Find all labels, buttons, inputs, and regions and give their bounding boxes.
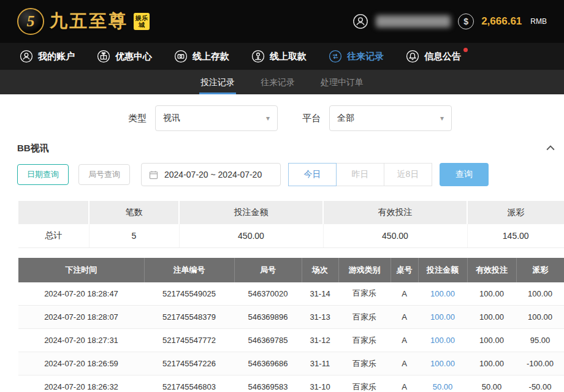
cell-table_no: A (391, 375, 418, 392)
nav-label: 线上存款 (192, 51, 229, 62)
brand-emblem-icon: 5 (17, 8, 44, 35)
cell-game_type: 百家乐 (338, 282, 391, 306)
last-8-days-button[interactable]: 近8日 (384, 163, 432, 186)
type-label: 类型 (128, 113, 147, 124)
cell-payout: -100.00 (516, 352, 564, 375)
cell-session: 31-10 (302, 375, 338, 392)
brand-name: 九五至尊 (50, 9, 128, 34)
table-row: 2024-07-20 18:27:31521745547772546369785… (18, 329, 564, 352)
nav-item-records[interactable]: 往来记录 (329, 50, 384, 63)
cell-game_type: 百家乐 (338, 306, 391, 329)
nav-label: 我的账户 (38, 51, 75, 62)
collapse-button[interactable] (544, 142, 557, 154)
bet-amount-link[interactable]: 100.00 (430, 312, 455, 322)
cell-bet_amount: 100.00 (418, 282, 467, 306)
nav-item-announcements[interactable]: 信息公告 (406, 50, 461, 63)
bet-amount-link[interactable]: 100.00 (430, 359, 455, 368)
dollar-icon: $ (458, 13, 474, 29)
chevron-up-icon (544, 142, 557, 154)
sub-nav: 投注记录 往来记录 处理中订单 (0, 70, 564, 94)
date-range-input[interactable]: 2024-07-20 ~ 2024-07-20 (141, 163, 281, 186)
filter-row: 类型 视讯 ▾ 平台 全部 ▾ (0, 94, 564, 141)
search-button[interactable]: 查询 (440, 163, 489, 186)
summary-total-row: 总计 5 450.00 450.00 145.00 (18, 224, 564, 247)
summary-header: 笔数 (89, 201, 179, 224)
type-select[interactable]: 视讯 ▾ (155, 105, 278, 131)
yesterday-button[interactable]: 昨日 (336, 163, 384, 186)
summary-payout: 145.00 (467, 224, 564, 247)
cell-bet_id: 521745547226 (144, 352, 234, 375)
cell-bet_id: 521745547772 (144, 329, 234, 352)
summary-count: 5 (89, 224, 179, 247)
caret-down-icon: ▾ (440, 114, 444, 123)
summary-header-row: 笔数 投注金额 有效投注 派彩 (18, 201, 564, 224)
tab-bet-records[interactable]: 投注记录 (192, 70, 243, 94)
nav-label: 信息公告 (424, 51, 461, 62)
summary-table: 笔数 投注金额 有效投注 派彩 总计 5 450.00 450.00 145.0… (18, 201, 564, 248)
col-bet-amount: 投注金额 (418, 258, 467, 282)
nav-label: 优惠中心 (115, 51, 152, 62)
bets-body: 2024-07-20 18:28:47521745549025546370020… (18, 282, 564, 392)
summary-total-label: 总计 (18, 224, 89, 247)
platform-select-value: 全部 (337, 113, 354, 124)
col-payout: 派彩 (516, 258, 564, 282)
brand-logo[interactable]: 5 九五至尊 娱乐城 (17, 8, 150, 35)
platform-label: 平台 (302, 113, 321, 124)
nav-item-withdraw[interactable]: 线上取款 (251, 50, 307, 63)
cell-session: 31-14 (302, 282, 338, 306)
nav-item-my-account[interactable]: 我的账户 (20, 50, 75, 63)
summary-header: 有效投注 (323, 201, 467, 224)
caret-down-icon: ▾ (266, 114, 270, 123)
cell-game_type: 百家乐 (338, 329, 391, 352)
cell-round_id: 546369785 (234, 329, 302, 352)
cell-valid_bet: 100.00 (467, 282, 516, 306)
table-row: 2024-07-20 18:26:59521745547226546369686… (18, 352, 564, 375)
notification-dot (463, 48, 468, 52)
bet-amount-link[interactable]: 100.00 (430, 289, 455, 298)
cell-session: 31-13 (302, 306, 338, 329)
nav-item-deposit[interactable]: 线上存款 (174, 50, 229, 63)
today-button[interactable]: 今日 (288, 163, 337, 186)
date-range-value: 2024-07-20 ~ 2024-07-20 (164, 170, 262, 179)
table-row: 2024-07-20 18:28:47521745549025546370020… (18, 282, 564, 306)
brand-badge: 娱乐城 (134, 13, 150, 30)
cell-session: 31-12 (302, 329, 338, 352)
col-bet-time: 下注时间 (18, 258, 144, 282)
cell-session: 31-11 (302, 352, 338, 375)
platform-select[interactable]: 全部 ▾ (329, 105, 452, 131)
date-query-button[interactable]: 日期查询 (17, 164, 69, 185)
calendar-icon (148, 170, 159, 180)
cell-round_id: 546369686 (234, 352, 302, 375)
main-nav: 我的账户 优惠中心 线上存款 线上取款 (0, 43, 564, 70)
bet-amount-link[interactable]: 100.00 (430, 336, 455, 345)
table-row: 2024-07-20 18:26:32521745546803546369583… (18, 375, 564, 392)
section-header: BB视讯 (0, 141, 564, 163)
cell-payout: -50.00 (516, 375, 564, 392)
top-header: 5 九五至尊 娱乐城 $ 2,666.61 RMB (0, 0, 564, 43)
cell-bet_id: 521745549025 (144, 282, 234, 306)
type-select-value: 视讯 (163, 113, 180, 124)
bet-amount-link[interactable]: 50.00 (433, 382, 453, 391)
nav-item-promotions[interactable]: 优惠中心 (97, 50, 152, 63)
username-redacted (376, 15, 451, 28)
col-game-type: 游戏类别 (338, 258, 391, 282)
tab-transfer-records[interactable]: 往来记录 (252, 70, 303, 94)
cell-bet_time: 2024-07-20 18:26:59 (18, 352, 144, 375)
cell-round_id: 546369896 (234, 306, 302, 329)
quick-range-group: 今日 昨日 近8日 (288, 163, 432, 186)
cell-payout: 100.00 (516, 282, 564, 306)
col-table-no: 桌号 (391, 258, 418, 282)
cell-bet_time: 2024-07-20 18:27:31 (18, 329, 144, 352)
col-bet-id: 注单编号 (144, 258, 234, 282)
cell-bet_time: 2024-07-20 18:26:32 (18, 375, 144, 392)
account-area: $ 2,666.61 RMB (352, 13, 547, 29)
round-query-button[interactable]: 局号查询 (78, 164, 130, 185)
cell-bet_id: 521745548379 (144, 306, 234, 329)
tab-pending-orders[interactable]: 处理中订单 (312, 70, 372, 94)
user-avatar-icon[interactable] (352, 13, 368, 29)
cell-table_no: A (391, 282, 418, 306)
cell-valid_bet: 100.00 (467, 352, 516, 375)
cell-valid_bet: 100.00 (467, 306, 516, 329)
cell-game_type: 百家乐 (338, 375, 391, 392)
balance-amount: 2,666.61 (481, 15, 522, 28)
